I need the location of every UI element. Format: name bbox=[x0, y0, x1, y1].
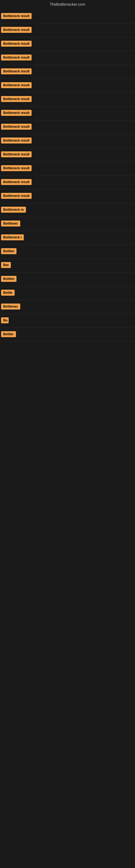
list-item: Bottlenec bbox=[0, 300, 135, 314]
bottleneck-result-badge[interactable]: Bottle bbox=[1, 290, 14, 296]
bottleneck-result-badge[interactable]: Bo bbox=[1, 317, 9, 323]
bottleneck-result-badge[interactable]: Bottleneck result bbox=[1, 124, 32, 130]
bottleneck-result-badge[interactable]: Bottleneck result bbox=[1, 27, 32, 33]
bottleneck-result-badge[interactable]: Bottleneck result bbox=[1, 179, 32, 185]
list-item: Bottleneck result bbox=[0, 37, 135, 51]
bottleneck-result-badge[interactable]: Bottlen bbox=[1, 248, 16, 254]
bottleneck-result-badge[interactable]: Bottleneck result bbox=[1, 165, 32, 171]
list-item: Bottleneck result bbox=[0, 134, 135, 148]
list-item: Bottlen bbox=[0, 273, 135, 286]
list-item: Bo bbox=[0, 314, 135, 328]
list-item: Bottleneck result bbox=[0, 51, 135, 65]
site-header: TheBottlenecker.com bbox=[0, 0, 135, 10]
bottleneck-result-badge[interactable]: Bottler bbox=[1, 331, 16, 337]
bottleneck-result-badge[interactable]: Bottleneck r bbox=[1, 235, 24, 240]
list-item: Bottleneck result bbox=[0, 176, 135, 190]
list-item: Bottleneck result bbox=[0, 148, 135, 162]
bottleneck-result-badge[interactable]: Bottleneck result bbox=[1, 193, 32, 199]
list-item: Bottlenec bbox=[0, 217, 135, 231]
bottleneck-result-badge[interactable]: Bottleneck result bbox=[1, 137, 32, 144]
list-item: Bottler bbox=[0, 328, 135, 342]
bottleneck-result-badge[interactable]: Bottlenec bbox=[1, 304, 20, 310]
list-item: Bottleneck result bbox=[0, 93, 135, 106]
bottleneck-result-badge[interactable]: Bottleneck result bbox=[1, 68, 32, 74]
list-item: Bottleneck result bbox=[0, 162, 135, 176]
bottleneck-result-badge[interactable]: Bottlen bbox=[1, 276, 16, 282]
list-item: Bottleneck result bbox=[0, 190, 135, 204]
list-item: Bottleneck r bbox=[0, 231, 135, 245]
bottleneck-result-badge[interactable]: Bottleneck result bbox=[1, 55, 32, 61]
list-item: Bottleneck re bbox=[0, 204, 135, 217]
list-item: Bottleneck result bbox=[0, 106, 135, 120]
bottleneck-result-badge[interactable]: Bottleneck result bbox=[1, 96, 32, 102]
bottleneck-result-badge[interactable]: Bottleneck re bbox=[1, 207, 26, 213]
rows-container: Bottleneck resultBottleneck resultBottle… bbox=[0, 10, 135, 342]
list-item: Bottleneck result bbox=[0, 65, 135, 79]
bottleneck-result-badge[interactable]: Bottleneck result bbox=[1, 82, 32, 88]
bottleneck-result-badge[interactable]: Bottleneck result bbox=[1, 110, 32, 116]
bottleneck-result-badge[interactable]: Bottleneck result bbox=[1, 41, 32, 46]
list-item: Bottleneck result bbox=[0, 79, 135, 93]
bottleneck-result-badge[interactable]: Bot bbox=[1, 262, 11, 268]
site-title: TheBottlenecker.com bbox=[50, 2, 85, 6]
list-item: Bottleneck result bbox=[0, 10, 135, 24]
bottleneck-result-badge[interactable]: Bottleneck result bbox=[1, 151, 32, 157]
list-item: Bottleneck result bbox=[0, 120, 135, 134]
list-item: Bottle bbox=[0, 286, 135, 300]
bottleneck-result-badge[interactable]: Bottleneck result bbox=[1, 13, 32, 19]
list-item: Bot bbox=[0, 259, 135, 273]
bottleneck-result-badge[interactable]: Bottlenec bbox=[1, 220, 20, 226]
list-item: Bottlen bbox=[0, 245, 135, 259]
list-item: Bottleneck result bbox=[0, 24, 135, 37]
